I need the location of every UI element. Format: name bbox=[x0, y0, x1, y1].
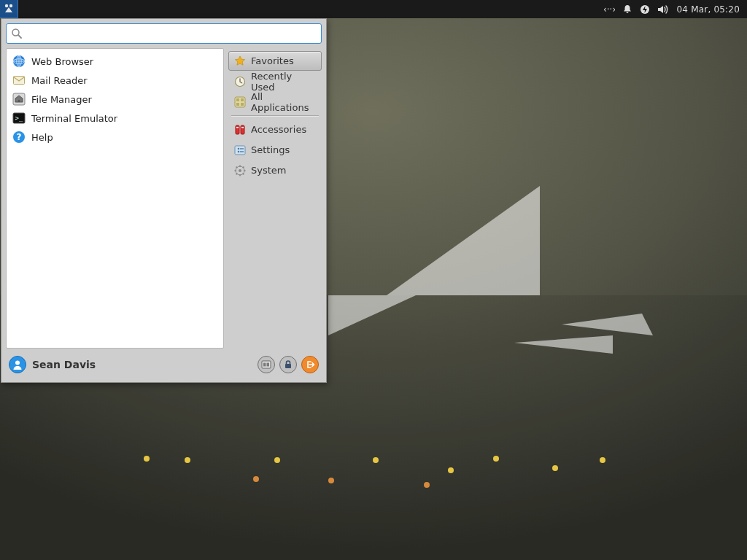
system-tray: ‹··› 04 Mar, 05:20 bbox=[596, 0, 747, 18]
svg-rect-37 bbox=[241, 125, 244, 134]
help-icon: ? bbox=[12, 131, 26, 144]
svg-rect-32 bbox=[236, 98, 239, 101]
logout-icon bbox=[305, 359, 315, 370]
session-actions bbox=[258, 356, 319, 373]
svg-rect-25 bbox=[18, 100, 20, 102]
app-item-label: Terminal Emulator bbox=[31, 113, 117, 124]
category-item-settings[interactable]: Settings bbox=[228, 140, 322, 160]
svg-rect-58 bbox=[267, 363, 270, 367]
application-list: Web BrowserMail ReaderFile Manager>_Term… bbox=[6, 48, 224, 349]
system-icon bbox=[234, 165, 246, 176]
svg-point-15 bbox=[600, 457, 605, 463]
svg-text:‹··›: ‹··› bbox=[603, 4, 615, 15]
app-item-mail-reader[interactable]: Mail Reader bbox=[7, 71, 223, 90]
mail-icon bbox=[12, 74, 26, 87]
lock-icon bbox=[283, 359, 293, 370]
menu-footer: Sean Davis bbox=[6, 353, 322, 378]
svg-point-9 bbox=[328, 478, 334, 483]
application-menu-popup: Web BrowserMail ReaderFile Manager>_Term… bbox=[1, 18, 327, 383]
svg-point-12 bbox=[448, 467, 454, 473]
svg-point-17 bbox=[9, 4, 12, 7]
app-item-terminal-emulator[interactable]: >_Terminal Emulator bbox=[7, 109, 223, 128]
category-item-accessories[interactable]: Accessories bbox=[228, 120, 322, 139]
app-item-label: Help bbox=[31, 132, 53, 143]
category-list: FavoritesRecently UsedAll ApplicationsAc… bbox=[228, 48, 322, 349]
user-icon bbox=[12, 359, 23, 370]
xfce-mouse-icon bbox=[3, 3, 15, 15]
settings-alt-icon bbox=[261, 359, 271, 370]
lock-screen-button[interactable] bbox=[279, 356, 297, 373]
category-item-recently-used[interactable]: Recently Used bbox=[228, 71, 322, 91]
svg-text:?: ? bbox=[17, 132, 22, 142]
search-input[interactable] bbox=[6, 23, 322, 44]
app-item-label: Mail Reader bbox=[31, 75, 88, 86]
svg-rect-44 bbox=[240, 151, 244, 152]
category-item-label: Accessories bbox=[251, 124, 306, 135]
clock[interactable]: 04 Mar, 05:20 bbox=[676, 4, 740, 15]
svg-rect-40 bbox=[235, 146, 245, 155]
app-item-help[interactable]: ?Help bbox=[7, 128, 223, 147]
svg-point-7 bbox=[253, 476, 259, 482]
category-item-label: Settings bbox=[251, 144, 290, 155]
volume-icon[interactable] bbox=[657, 4, 669, 15]
svg-rect-23 bbox=[14, 77, 25, 85]
svg-point-46 bbox=[239, 169, 241, 172]
svg-rect-38 bbox=[236, 127, 239, 128]
network-icon[interactable]: ‹··› bbox=[603, 4, 615, 15]
settings-icon bbox=[234, 144, 246, 156]
user-avatar[interactable] bbox=[9, 356, 26, 373]
svg-marker-1 bbox=[387, 186, 540, 295]
username-label: Sean Davis bbox=[32, 359, 96, 370]
svg-rect-33 bbox=[241, 98, 244, 101]
svg-point-16 bbox=[5, 4, 8, 7]
svg-rect-59 bbox=[285, 364, 291, 368]
app-item-label: Web Browser bbox=[31, 56, 93, 67]
svg-rect-39 bbox=[241, 127, 244, 128]
svg-point-6 bbox=[185, 457, 190, 463]
category-item-label: System bbox=[251, 165, 286, 176]
star-icon bbox=[234, 55, 246, 67]
category-item-all-applications[interactable]: All Applications bbox=[228, 92, 322, 112]
svg-point-10 bbox=[373, 457, 379, 463]
svg-rect-42 bbox=[240, 148, 244, 149]
app-item-label: File Manager bbox=[31, 94, 92, 105]
globe-icon bbox=[12, 55, 26, 68]
svg-point-5 bbox=[144, 456, 150, 462]
category-item-system[interactable]: System bbox=[228, 160, 322, 180]
svg-point-43 bbox=[238, 150, 240, 152]
svg-point-41 bbox=[238, 147, 240, 149]
category-separator bbox=[231, 115, 319, 116]
top-panel: ‹··› 04 Mar, 05:20 bbox=[0, 0, 747, 18]
svg-point-55 bbox=[15, 361, 20, 365]
svg-rect-57 bbox=[263, 363, 266, 367]
accessories-icon bbox=[234, 124, 246, 136]
svg-point-14 bbox=[552, 465, 558, 471]
apps-icon bbox=[234, 96, 246, 108]
app-item-file-manager[interactable]: File Manager bbox=[7, 90, 223, 109]
category-item-label: Recently Used bbox=[251, 71, 316, 93]
category-item-favorites[interactable]: Favorites bbox=[228, 51, 322, 71]
svg-text:>_: >_ bbox=[15, 114, 23, 122]
svg-point-11 bbox=[424, 482, 430, 488]
clock-icon bbox=[234, 76, 246, 88]
log-out-button[interactable] bbox=[301, 356, 319, 373]
app-item-web-browser[interactable]: Web Browser bbox=[7, 52, 223, 71]
svg-point-8 bbox=[274, 457, 280, 463]
svg-rect-34 bbox=[236, 103, 239, 106]
power-icon[interactable] bbox=[640, 4, 650, 15]
home-icon bbox=[12, 93, 26, 106]
category-item-label: Favorites bbox=[251, 55, 294, 66]
settings-editor-button[interactable] bbox=[258, 356, 275, 373]
search-row bbox=[6, 23, 322, 44]
terminal-icon: >_ bbox=[12, 112, 26, 125]
svg-rect-36 bbox=[236, 125, 239, 134]
svg-point-13 bbox=[493, 456, 499, 462]
menu-button[interactable] bbox=[0, 0, 18, 18]
category-item-label: All Applications bbox=[251, 91, 316, 113]
notifications-icon[interactable] bbox=[622, 4, 632, 15]
svg-rect-56 bbox=[262, 361, 271, 368]
svg-rect-35 bbox=[241, 103, 244, 106]
